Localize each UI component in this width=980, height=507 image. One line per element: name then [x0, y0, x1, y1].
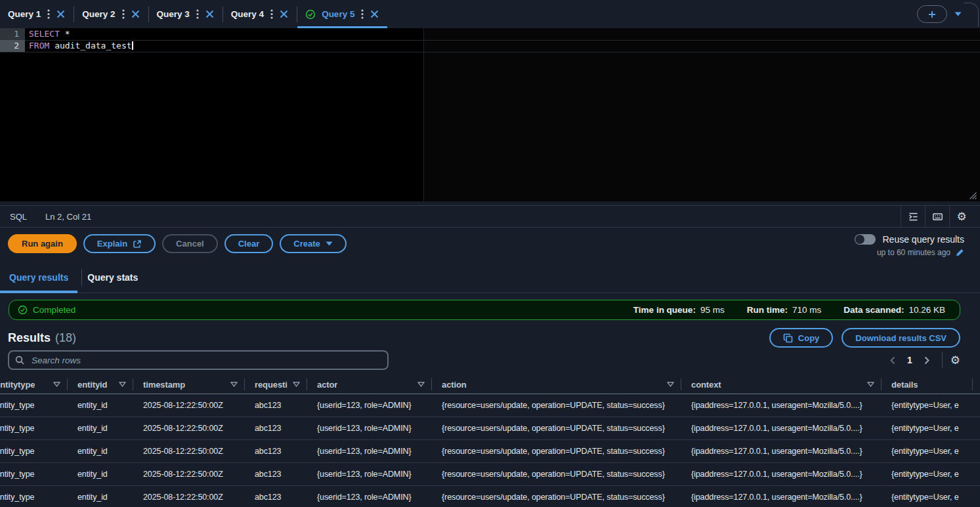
table-tools-row: 1 ⚙: [8, 350, 960, 370]
edit-pencil-icon[interactable]: [955, 248, 964, 257]
close-icon[interactable]: [56, 10, 65, 18]
table-header-row: entitytype entityid timestamp requestid …: [0, 375, 980, 394]
resize-handle[interactable]: [968, 191, 977, 199]
tab-query-3[interactable]: Query 3: [149, 0, 223, 28]
column-header-entitytype[interactable]: entitytype: [0, 375, 68, 394]
success-check-icon: [18, 305, 28, 315]
kebab-menu-icon[interactable]: [121, 9, 125, 20]
results-tabs: Query results Query stats: [0, 264, 980, 293]
create-label: Create: [293, 239, 320, 249]
table-row: entity_type entity_id 2025-08-12:22:50:0…: [0, 394, 980, 417]
status-icons: ⚙: [901, 206, 973, 227]
filter-icon[interactable]: [662, 382, 674, 387]
tab-label: Query 4: [231, 9, 264, 19]
filter-icon[interactable]: [225, 382, 238, 387]
cell-details: {entitytype=User, e: [882, 424, 973, 433]
cell-context: {ipaddress=127.0.0.1, useragent=Mozilla/…: [681, 470, 882, 479]
tab-label: Query 2: [82, 9, 115, 19]
column-label: timestamp: [143, 380, 185, 390]
column-header-entityid[interactable]: entityid: [68, 375, 133, 394]
editor-line-1: 1 SELECT *: [0, 28, 980, 40]
sql-editor[interactable]: 1 SELECT * 2 FROM audit_data_test: [0, 28, 980, 201]
filter-icon[interactable]: [412, 382, 425, 387]
column-header-requestid[interactable]: requestid: [245, 375, 307, 394]
toggle-knob: [855, 235, 864, 244]
cell-actor: {userid=123, role=ADMIN}: [307, 424, 432, 433]
new-query-button[interactable]: [917, 5, 947, 23]
external-link-icon: [133, 239, 142, 249]
cell-timestamp: 2025-08-12:22:50:00Z: [133, 493, 245, 502]
column-header-context[interactable]: context: [681, 375, 882, 394]
clear-button[interactable]: Clear: [224, 234, 274, 253]
tab-query-5[interactable]: Query 5: [297, 0, 387, 28]
filter-icon[interactable]: [114, 382, 126, 387]
search-rows-input[interactable]: [8, 350, 389, 370]
editor-settings-gear-icon[interactable]: ⚙: [949, 206, 973, 227]
tab-query-stats[interactable]: Query stats: [86, 272, 147, 293]
cell-entityid: entity_id: [68, 470, 133, 479]
close-icon[interactable]: [280, 10, 288, 18]
reuse-results-toggle[interactable]: [855, 234, 876, 245]
run-again-button[interactable]: Run again: [8, 234, 77, 253]
cell-entityid: entity_id: [68, 493, 133, 502]
editor-line-2: 2 FROM audit_data_test: [0, 40, 980, 52]
copy-button[interactable]: Copy: [769, 328, 834, 348]
table-row: entity_type entity_id 2025-08-12:22:50:0…: [0, 417, 980, 440]
close-icon[interactable]: [370, 10, 379, 18]
clear-label: Clear: [238, 239, 260, 249]
new-query-menu-caret-icon[interactable]: [954, 12, 962, 16]
tab-query-4[interactable]: Query 4: [223, 0, 297, 28]
line-number: 1: [0, 28, 25, 40]
explain-button[interactable]: Explain: [83, 234, 156, 253]
keyboard-shortcuts-icon[interactable]: [925, 206, 949, 227]
cancel-button[interactable]: Cancel: [162, 234, 218, 253]
panel-corner: [964, 3, 979, 27]
cell-requestid: abc123: [245, 470, 307, 479]
download-results-csv-button[interactable]: Download results CSV: [842, 328, 960, 348]
table-preferences-gear-icon[interactable]: ⚙: [950, 355, 960, 366]
close-icon[interactable]: [131, 10, 140, 18]
code-text: FROM audit_data_test: [29, 40, 133, 52]
cell-timestamp: 2025-08-12:22:50:00Z: [133, 447, 245, 456]
kebab-menu-icon[interactable]: [196, 9, 200, 20]
cell-context: {ipaddress=127.0.0.1, useragent=Mozilla/…: [681, 424, 882, 433]
tab-query-2[interactable]: Query 2: [74, 0, 148, 28]
close-icon[interactable]: [205, 10, 214, 18]
filter-icon[interactable]: [288, 382, 300, 387]
search-icon: [15, 355, 24, 365]
kebab-menu-icon[interactable]: [270, 9, 274, 20]
column-header-timestamp[interactable]: timestamp: [133, 375, 245, 394]
code-text: SELECT *: [29, 28, 70, 40]
tab-label: Query 3: [157, 9, 190, 19]
time-in-queue-value: 95 ms: [700, 305, 725, 315]
kebab-menu-icon[interactable]: [360, 9, 364, 20]
column-header-actor[interactable]: actor: [307, 375, 432, 394]
reuse-query-results-block: Reuse query results up to 60 minutes ago: [855, 234, 972, 257]
sql-keyword: FROM: [29, 41, 49, 51]
column-header-details[interactable]: details: [882, 375, 973, 394]
previous-page-button[interactable]: [885, 353, 900, 367]
pagination: 1 ⚙: [885, 352, 960, 368]
caret-down-icon: [326, 241, 333, 246]
cell-requestid: abc123: [245, 447, 307, 456]
cell-entityid: entity_id: [68, 447, 133, 456]
tab-query-1[interactable]: Query 1: [0, 0, 74, 28]
tab-query-results[interactable]: Query results: [8, 272, 77, 293]
next-page-button[interactable]: [920, 353, 934, 367]
kebab-menu-icon[interactable]: [47, 9, 51, 20]
current-page-number[interactable]: 1: [907, 355, 912, 365]
cell-actor: {userid=123, role=ADMIN}: [307, 470, 432, 479]
language-mode: SQL: [10, 212, 27, 222]
column-header-action[interactable]: action: [432, 375, 681, 394]
cell-requestid: abc123: [245, 493, 307, 502]
column-label: actor: [317, 380, 337, 390]
cell-context: {ipaddress=127.0.0.1, useragent=Mozilla/…: [681, 401, 882, 410]
filter-icon[interactable]: [862, 382, 874, 387]
sql-text: audit_data_test: [49, 41, 131, 51]
run-time-label: Run time:: [747, 305, 788, 315]
create-button[interactable]: Create: [280, 234, 346, 253]
filter-icon[interactable]: [48, 382, 60, 387]
query-actions-row: Run again Explain Cancel Clear Create Re…: [0, 228, 980, 264]
cell-details: {entitytype=User, e: [882, 447, 973, 456]
format-query-icon[interactable]: [901, 206, 925, 227]
